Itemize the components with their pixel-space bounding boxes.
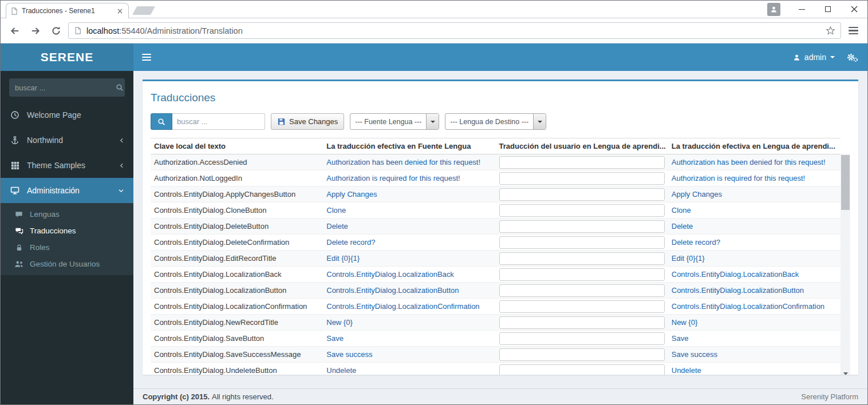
user-translation-input[interactable] <box>499 316 665 329</box>
copyright-rest: All rights reserved. <box>212 392 274 401</box>
row-source-cell[interactable]: Delete <box>323 219 495 234</box>
search-button[interactable] <box>151 113 172 130</box>
tab-close-icon[interactable] <box>115 6 124 15</box>
user-translation-input[interactable] <box>499 156 665 169</box>
copyright-text: Copyright (c) 2015.All rights reserved. <box>143 392 274 401</box>
row-target-cell[interactable]: Edit {0}{1} <box>668 251 841 266</box>
scrollbar-thumb[interactable] <box>841 155 850 210</box>
anchor-icon <box>9 136 21 145</box>
row-source-cell[interactable]: Save <box>323 331 495 346</box>
sidebar-item-administracion[interactable]: Administración <box>1 178 133 203</box>
user-menu[interactable]: admin <box>785 43 843 71</box>
table-row: Controls.EntityDialog.ApplyChangesButton… <box>151 186 841 202</box>
brand-logo[interactable]: SERENE <box>1 43 133 71</box>
user-translation-input[interactable] <box>499 268 665 281</box>
row-target-cell[interactable]: New {0} <box>668 315 841 330</box>
user-translation-input[interactable] <box>499 332 665 345</box>
row-source-cell[interactable]: New {0} <box>323 315 495 330</box>
minimize-icon[interactable] <box>788 1 815 18</box>
column-header-user-translation[interactable]: Traducción del usuario en Lengua de apre… <box>496 138 668 154</box>
sidebar-item-theme-samples[interactable]: Theme Samples <box>1 153 133 178</box>
row-target-cell[interactable]: Controls.EntityDialog.LocalizationConfir… <box>668 299 841 314</box>
row-source-cell[interactable]: Controls.EntityDialog.LocalizationBack <box>323 267 495 282</box>
reload-icon[interactable] <box>48 22 65 39</box>
source-language-select[interactable]: --- Fuente Lengua --- <box>350 113 439 130</box>
sidebar-item-label: Gestión de Usuarios <box>30 260 100 268</box>
sidebar-item-lenguas[interactable]: Lenguas <box>1 206 133 223</box>
sidebar-item-welcome-page[interactable]: Welcome Page <box>1 102 133 128</box>
column-header-source[interactable]: La traducción efectiva en Fuente Lengua <box>323 138 495 154</box>
save-changes-button[interactable]: Save Changes <box>271 113 344 130</box>
maximize-icon[interactable] <box>815 1 841 18</box>
table-row: Authorization.AccessDenied Authorization… <box>151 154 841 170</box>
row-source-cell[interactable]: Undelete <box>323 363 495 375</box>
user-translation-input[interactable] <box>499 220 665 233</box>
row-source-cell[interactable]: Authorization is required for this reque… <box>323 170 495 186</box>
row-user-cell <box>496 219 668 234</box>
users-icon <box>14 260 24 268</box>
bookmark-star-icon[interactable] <box>826 26 835 35</box>
scrollbar-down-icon[interactable] <box>841 369 850 375</box>
row-source-cell[interactable]: Authorization has been denied for this r… <box>323 154 495 170</box>
app-navbar: SERENE admin <box>1 43 867 71</box>
row-target-cell[interactable]: Controls.EntityDialog.LocalizationButton <box>668 283 841 298</box>
column-header-target[interactable]: La traducción efectiva en Lengua de apre… <box>668 138 841 154</box>
sidebar-item-northwind[interactable]: Northwind <box>1 128 133 153</box>
settings-gears-icon[interactable] <box>843 43 867 71</box>
table-row: Controls.EntityDialog.EditRecordTitle Ed… <box>151 251 841 267</box>
address-bar[interactable]: localhost:55440/Administration/Translati… <box>68 22 841 39</box>
browser-tab[interactable]: Traducciones - Serene1 <box>6 3 129 18</box>
sidebar-item-gestion-usuarios[interactable]: Gestión de Usuarios <box>1 256 133 272</box>
column-header-key[interactable]: Clave local del texto <box>151 138 323 154</box>
user-translation-input[interactable] <box>499 172 665 185</box>
browser-profile-icon[interactable] <box>767 3 780 16</box>
grid-scrollbar[interactable] <box>841 154 850 375</box>
row-target-cell[interactable]: Apply Changes <box>668 186 841 202</box>
user-translation-input[interactable] <box>499 348 665 361</box>
sidebar-toggle-icon[interactable] <box>133 43 160 71</box>
row-source-cell[interactable]: Save success <box>323 347 495 362</box>
row-source-cell[interactable]: Controls.EntityDialog.LocalizationConfir… <box>323 299 495 314</box>
table-row: Controls.EntityDialog.DeleteButton Delet… <box>151 219 841 235</box>
user-translation-input[interactable] <box>499 284 665 297</box>
user-translation-input[interactable] <box>499 364 665 375</box>
row-target-cell[interactable]: Controls.EntityDialog.LocalizationBack <box>668 267 841 282</box>
row-source-cell[interactable]: Controls.EntityDialog.LocalizationButton <box>323 283 495 298</box>
user-translation-input[interactable] <box>499 300 665 313</box>
target-language-value: --- Lengua de Destino --- <box>445 118 533 126</box>
sidebar: Welcome Page Northwind Theme Samples <box>1 71 133 404</box>
row-target-cell[interactable]: Undelete <box>668 363 841 375</box>
chevron-down-icon <box>117 188 125 194</box>
row-source-cell[interactable]: Apply Changes <box>323 186 495 202</box>
table-row: Controls.EntityDialog.DeleteConfirmation… <box>151 235 841 251</box>
row-source-cell[interactable]: Delete record? <box>323 235 495 250</box>
row-source-cell[interactable]: Clone <box>323 202 495 218</box>
row-target-cell[interactable]: Save <box>668 331 841 346</box>
sidebar-item-label: Northwind <box>27 136 63 145</box>
back-icon[interactable] <box>6 22 23 39</box>
close-icon[interactable] <box>841 1 867 18</box>
row-source-cell[interactable]: Edit {0}{1} <box>323 251 495 266</box>
user-translation-input[interactable] <box>499 188 665 201</box>
sidebar-item-roles[interactable]: Roles <box>1 239 133 256</box>
row-target-cell[interactable]: Save success <box>668 347 841 362</box>
grid-search-input[interactable] <box>172 113 265 130</box>
user-translation-input[interactable] <box>499 204 665 217</box>
sidebar-search-icon[interactable] <box>116 84 124 92</box>
sidebar-search-input[interactable] <box>15 84 116 92</box>
row-target-cell[interactable]: Authorization has been denied for this r… <box>668 154 841 170</box>
target-language-select[interactable]: --- Lengua de Destino --- <box>445 113 546 130</box>
new-tab-button[interactable] <box>132 6 155 15</box>
user-translation-input[interactable] <box>499 252 665 265</box>
browser-menu-icon[interactable] <box>845 22 862 39</box>
row-target-cell[interactable]: Delete record? <box>668 235 841 250</box>
sidebar-item-traducciones[interactable]: Traducciones <box>1 223 133 239</box>
row-target-cell[interactable]: Clone <box>668 202 841 218</box>
forward-icon[interactable] <box>27 22 44 39</box>
row-target-cell[interactable]: Delete <box>668 219 841 234</box>
app-body: Welcome Page Northwind Theme Samples <box>1 71 867 404</box>
row-target-cell[interactable]: Authorization is required for this reque… <box>668 170 841 186</box>
table-row: Controls.EntityDialog.CloneButton Clone … <box>151 202 841 219</box>
sidebar-search <box>9 78 125 97</box>
user-translation-input[interactable] <box>499 236 665 249</box>
